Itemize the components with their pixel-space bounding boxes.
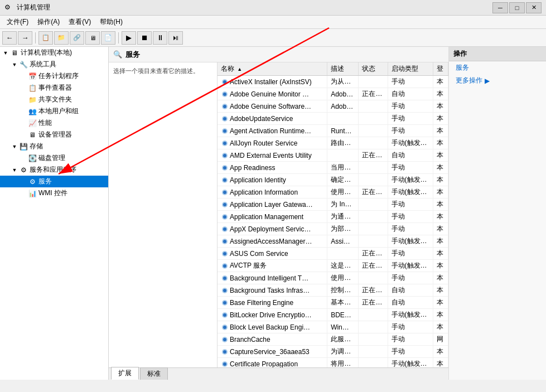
table-row[interactable]: App Readiness当用…手动本 xyxy=(218,162,448,174)
table-row[interactable]: AllJoyn Router Service路由…手动(触发…本 xyxy=(218,137,448,149)
svg-point-37 xyxy=(223,301,226,304)
service-desc: 当用… xyxy=(327,162,359,174)
left-panel: ▼ 🖥 计算机管理(本地) ▼ 🔧 系统工具 ▶ 📅 任务计划程序 ▶ 📋 事件… xyxy=(0,47,109,380)
toolbar-restart[interactable]: ⏯ xyxy=(168,31,183,45)
svg-point-9 xyxy=(223,129,226,133)
toolbar-btn1[interactable]: 📋 xyxy=(38,31,53,45)
table-row[interactable]: ActiveX Installer (AxInstSV)为从…手动本 xyxy=(218,76,448,88)
service-icon xyxy=(221,348,229,356)
table-row[interactable]: AMD External Events Utility正在…自动本 xyxy=(218,149,448,162)
table-row[interactable]: Application Layer Gatewa…为 In…手动本 xyxy=(218,199,448,211)
services-header: 🔍 服务 xyxy=(109,47,448,62)
service-startup: 手动 xyxy=(388,223,433,235)
toolbar-back[interactable]: ← xyxy=(2,31,17,45)
table-row[interactable]: Background Tasks Infras…控制…正在…自动本 xyxy=(218,284,448,297)
table-row[interactable]: Application Management为通…手动本 xyxy=(218,211,448,223)
col-name[interactable]: 名称 ▲ xyxy=(218,62,327,76)
actions-panel: 操作 服务 更多操作 ▶ xyxy=(448,47,546,380)
menu-help[interactable]: 帮助(H) xyxy=(95,16,127,28)
service-name: Adobe Genuine Monitor … xyxy=(230,90,309,98)
actions-title: 操作 xyxy=(449,47,546,61)
storage-icon: 💾 xyxy=(19,142,28,151)
tree-event-viewer[interactable]: ▶ 📋 事件查看器 xyxy=(0,82,108,94)
table-row[interactable]: Certificate Propagation将用…手动(触发…本 xyxy=(218,358,448,368)
service-login: 网 xyxy=(433,333,448,346)
service-icon xyxy=(221,250,229,258)
table-row[interactable]: Agent Activation Runtime…Runt…手动本 xyxy=(218,125,448,137)
toolbar-play[interactable]: ▶ xyxy=(122,31,136,45)
service-login: 本 xyxy=(433,358,448,368)
service-login: 本 xyxy=(433,137,448,149)
service-login: 本 xyxy=(433,174,448,186)
table-row[interactable]: CaptureService_36aaea53为调…手动本 xyxy=(218,346,448,358)
service-name-cell: Application Layer Gatewa… xyxy=(221,201,323,209)
table-row[interactable]: BitLocker Drive Encryptio…BDE…手动(触发…本 xyxy=(218,309,448,321)
close-button[interactable]: ✕ xyxy=(526,2,542,13)
svg-point-27 xyxy=(223,240,226,243)
tree-shared-folders[interactable]: ▶ 📁 共享文件夹 xyxy=(0,94,108,105)
table-row[interactable]: BranchCache此服…手动网 xyxy=(218,333,448,346)
tree-performance[interactable]: ▶ 📈 性能 xyxy=(0,117,108,129)
table-row[interactable]: AssignedAccessManager…Assi…手动(触发…本 xyxy=(218,235,448,248)
menu-action[interactable]: 操作(A) xyxy=(33,16,64,28)
table-row[interactable]: ASUS Com Service正在…手动本 xyxy=(218,248,448,260)
col-status[interactable]: 状态 xyxy=(359,62,388,76)
service-login: 本 xyxy=(433,235,448,248)
table-row[interactable]: Adobe Genuine Monitor …Adob…正在…自动本 xyxy=(218,88,448,100)
table-row[interactable]: Application Information使用…正在…手动(触发…本 xyxy=(218,186,448,199)
tree-task-scheduler[interactable]: ▶ 📅 任务计划程序 xyxy=(0,70,108,82)
service-desc: 此服… xyxy=(327,333,359,346)
table-row[interactable]: Application Identity确定…手动(触发…本 xyxy=(218,174,448,186)
table-row[interactable]: AVCTP 服务这是…正在…手动(触发…本 xyxy=(218,260,448,272)
tree-local-users[interactable]: ▶ 👥 本地用户和组 xyxy=(0,105,108,117)
service-desc: Runt… xyxy=(327,125,359,137)
col-desc[interactable]: 描述 xyxy=(327,62,359,76)
services-area: 🔍 服务 选择一个项目来查看它的描述。 xyxy=(109,47,448,380)
table-row[interactable]: Base Filtering Engine基本…正在…自动本 xyxy=(218,297,448,309)
table-row[interactable]: AdobeUpdateService手动本 xyxy=(218,113,448,125)
table-row[interactable]: Background Intelligent T…使用…手动本 xyxy=(218,272,448,284)
toolbar-forward[interactable]: → xyxy=(18,31,32,45)
toolbar-btn2[interactable]: 📁 xyxy=(54,31,69,45)
table-row[interactable]: Block Level Backup Engi…Win…手动本 xyxy=(218,321,448,333)
service-icon xyxy=(221,336,229,343)
service-icon xyxy=(221,115,229,123)
col-startup[interactable]: 启动类型 xyxy=(388,62,433,76)
service-login: 本 xyxy=(433,162,448,174)
action-services[interactable]: 服务 xyxy=(449,61,546,74)
tree-disk[interactable]: ▶ 💽 磁盘管理 xyxy=(0,152,108,164)
service-icon xyxy=(221,213,229,221)
service-login: 本 xyxy=(433,186,448,199)
toolbar-btn4[interactable]: 🖥 xyxy=(85,31,100,45)
service-icon xyxy=(221,238,229,245)
tree-services-label: 服务 xyxy=(38,177,52,186)
table-row[interactable]: AppX Deployment Servic…为部…手动本 xyxy=(218,223,448,235)
tree-wmi[interactable]: ▶ 📊 WMI 控件 xyxy=(0,187,108,199)
service-name-cell: AllJoyn Router Service xyxy=(221,139,323,147)
services-list[interactable]: 名称 ▲ 描述 状态 启动类型 登 ActiveX In xyxy=(218,62,448,367)
col-login[interactable]: 登 xyxy=(433,62,448,76)
service-status xyxy=(359,162,388,174)
tree-services[interactable]: ▶ ⚙ 服务 xyxy=(0,176,108,187)
service-icon xyxy=(221,90,229,98)
maximize-button[interactable]: □ xyxy=(509,2,525,13)
service-desc: 为从… xyxy=(327,76,359,88)
tab-standard[interactable]: 标准 xyxy=(140,367,168,380)
tree-system-tools[interactable]: ▼ 🔧 系统工具 xyxy=(0,59,108,70)
menu-view[interactable]: 查看(V) xyxy=(64,16,95,28)
minimize-button[interactable]: ─ xyxy=(492,2,508,13)
menu-file[interactable]: 文件(F) xyxy=(2,16,33,28)
toolbar-stop[interactable]: ⏹ xyxy=(137,31,152,45)
svg-point-17 xyxy=(223,178,226,182)
toolbar-pause[interactable]: ⏸ xyxy=(153,31,167,45)
toolbar-btn3[interactable]: 🔗 xyxy=(70,31,84,45)
tree-storage[interactable]: ▼ 💾 存储 xyxy=(0,141,108,152)
tab-extend[interactable]: 扩展 xyxy=(111,367,139,380)
service-name: BranchCache xyxy=(230,336,270,343)
toolbar-btn5[interactable]: 📄 xyxy=(101,31,115,45)
tree-device-manager[interactable]: ▶ 🖥 设备管理器 xyxy=(0,129,108,141)
tree-root[interactable]: ▼ 🖥 计算机管理(本地) xyxy=(0,47,108,59)
tree-services-apps[interactable]: ▼ ⚙ 服务和应用程序 xyxy=(0,164,108,176)
action-more[interactable]: 更多操作 ▶ xyxy=(449,74,546,87)
table-row[interactable]: Adobe Genuine Software…Adob…手动本 xyxy=(218,100,448,113)
